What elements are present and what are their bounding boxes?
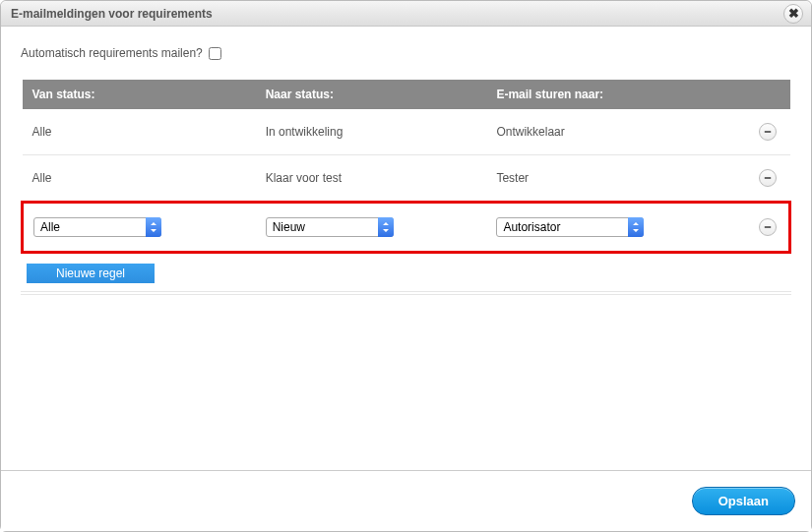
rules-table: Van status: Naar status: E-mail sturen n…	[21, 80, 791, 254]
dialog: E-mailmeldingen voor requirements ✖ Auto…	[0, 0, 812, 532]
table-header-row: Van status: Naar status: E-mail sturen n…	[23, 80, 790, 109]
cell-to: In ontwikkeling	[256, 109, 487, 155]
cell-recipient: Ontwikkelaar	[486, 109, 748, 155]
dialog-footer: Opslaan	[1, 470, 811, 531]
dialog-title: E-mailmeldingen voor requirements	[11, 7, 213, 21]
close-icon: ✖	[788, 6, 799, 21]
svg-rect-2	[764, 226, 770, 228]
auto-mail-label: Automatisch requirements mailen?	[21, 46, 203, 60]
recipient-select[interactable]: Autorisator	[496, 217, 644, 237]
col-actions	[749, 80, 790, 109]
table-row: Alle In ontwikkeling Ontwikkelaar	[23, 109, 790, 155]
col-from-status: Van status:	[23, 80, 256, 109]
dialog-content: Automatisch requirements mailen? Van sta…	[1, 27, 811, 470]
dialog-titlebar: E-mailmeldingen voor requirements ✖	[1, 1, 811, 27]
remove-row-button[interactable]	[759, 123, 777, 141]
minus-icon	[764, 174, 772, 182]
cell-to: Klaar voor test	[256, 155, 487, 203]
divider	[21, 294, 791, 295]
new-rule-row: Nieuwe regel	[21, 254, 791, 292]
recipient-select-wrap: Autorisator	[496, 217, 644, 237]
save-button[interactable]: Opslaan	[692, 487, 795, 515]
svg-rect-0	[764, 131, 770, 133]
to-status-select-wrap: Nieuw	[266, 217, 394, 237]
col-to-status: Naar status:	[256, 80, 487, 109]
remove-row-button[interactable]	[759, 218, 777, 236]
col-send-to: E-mail sturen naar:	[486, 80, 748, 109]
remove-row-button[interactable]	[759, 169, 777, 187]
table-row-highlighted: Alle Nieuw	[23, 203, 790, 253]
from-status-select[interactable]: Alle	[33, 217, 161, 237]
table-row: Alle Klaar voor test Tester	[23, 155, 790, 203]
cell-from: Alle	[23, 155, 256, 203]
from-status-select-wrap: Alle	[33, 217, 161, 237]
minus-icon	[764, 223, 772, 231]
to-status-select[interactable]: Nieuw	[266, 217, 394, 237]
close-button[interactable]: ✖	[783, 4, 803, 24]
minus-icon	[764, 128, 772, 136]
cell-recipient: Tester	[486, 155, 748, 203]
svg-rect-1	[764, 177, 770, 179]
new-rule-button[interactable]: Nieuwe regel	[27, 264, 155, 283]
cell-from: Alle	[23, 109, 256, 155]
auto-mail-checkbox[interactable]	[209, 47, 221, 60]
auto-mail-row: Automatisch requirements mailen?	[21, 27, 791, 80]
